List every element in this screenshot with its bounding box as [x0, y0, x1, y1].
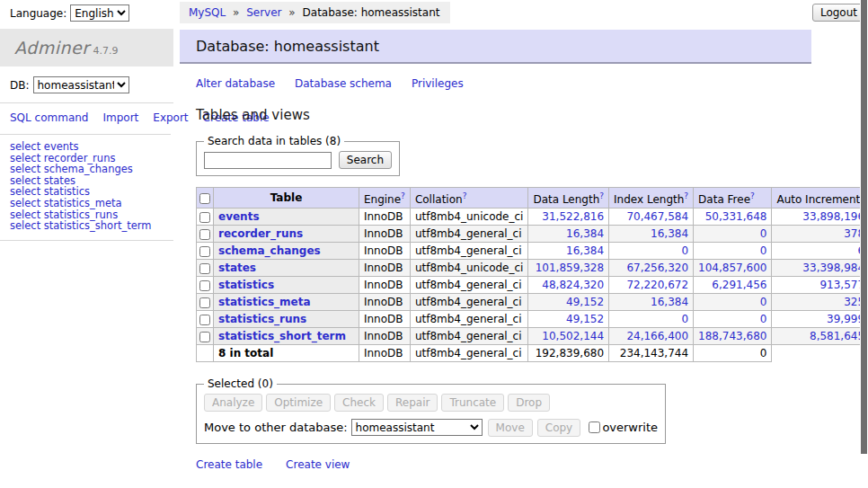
table-link-statistics[interactable]: statistics	[218, 279, 274, 291]
index-length-cell[interactable]: 16,384	[609, 226, 694, 243]
row-checkbox[interactable]	[199, 246, 210, 257]
row-checkbox[interactable]	[199, 263, 210, 274]
row-checkbox[interactable]	[199, 229, 210, 240]
search-button[interactable]: Search	[339, 151, 392, 169]
engine-cell: InnoDB	[359, 260, 410, 277]
language-label: Language:	[10, 7, 66, 20]
sidebar-action-import[interactable]: Import	[102, 111, 138, 124]
overwrite-checkbox[interactable]	[589, 421, 600, 433]
truncate-button[interactable]: Truncate	[441, 394, 504, 412]
selected-buttons: AnalyzeOptimizeCheckRepairTruncateDrop	[204, 394, 658, 412]
index-length-cell[interactable]: 67,256,320	[609, 260, 694, 277]
total-data-length: 192,839,680	[528, 345, 609, 362]
data-free-cell[interactable]: 6,291,456	[694, 277, 772, 294]
data-free-cell[interactable]: 50,331,648	[694, 209, 772, 226]
help-link-index-length[interactable]: ?	[684, 191, 688, 200]
data-length-cell[interactable]: 49,152	[528, 311, 609, 328]
engine-cell: InnoDB	[359, 328, 410, 345]
check-button[interactable]: Check	[334, 394, 384, 412]
row-checkbox[interactable]	[199, 332, 210, 342]
copy-button[interactable]: Copy	[537, 419, 580, 437]
auto-increment-cell[interactable]: 33,898,196	[772, 209, 868, 226]
data-free-cell[interactable]: 0	[694, 311, 772, 328]
auto-increment-cell[interactable]: 325	[772, 294, 868, 311]
auto-increment-cell[interactable]: 39,999	[772, 311, 868, 328]
privileges-link[interactable]: Privileges	[412, 77, 464, 90]
analyze-button[interactable]: Analyze	[204, 394, 262, 412]
sidebar-select-schema-changes[interactable]: select schema_changes	[10, 164, 173, 175]
table-create-links: Create tableCreate view	[196, 458, 811, 471]
database-schema-link[interactable]: Database schema	[295, 77, 392, 90]
data-length-cell[interactable]: 16,384	[528, 243, 609, 260]
sidebar-select-statistics-short-term[interactable]: select statistics_short_term	[10, 220, 173, 232]
row-checkbox[interactable]	[199, 212, 210, 223]
data-free-cell[interactable]: 104,857,600	[694, 260, 772, 277]
help-link-data-length[interactable]: ?	[599, 191, 604, 200]
data-length-cell[interactable]: 48,824,320	[528, 277, 609, 294]
index-length-cell[interactable]: 0	[609, 311, 694, 328]
data-free-cell[interactable]: 0	[694, 226, 772, 243]
data-free-cell[interactable]: 0	[694, 294, 772, 311]
table-link-recorder-runs[interactable]: recorder_runs	[218, 227, 303, 240]
sidebar-action-sql-command[interactable]: SQL command	[10, 111, 88, 124]
auto-increment-cell[interactable]: 913,577	[772, 277, 868, 294]
breadcrumb-link-mysql[interactable]: MySQL	[189, 6, 226, 19]
auto-increment-cell[interactable]: 33,398,984	[772, 260, 868, 277]
index-length-cell[interactable]: 16,384	[609, 294, 694, 311]
help-link-collation[interactable]: ?	[463, 191, 467, 200]
data-free-cell[interactable]: 0	[694, 243, 772, 260]
table-link-statistics-meta[interactable]: statistics_meta	[218, 296, 311, 308]
row-checkbox[interactable]	[199, 297, 210, 308]
data-length-cell[interactable]: 31,522,816	[528, 209, 609, 226]
alter-database-link[interactable]: Alter database	[196, 77, 275, 90]
repair-button[interactable]: Repair	[387, 394, 438, 412]
row-checkbox[interactable]	[199, 280, 210, 291]
db-select[interactable]: homeassistant	[33, 76, 129, 93]
index-length-cell[interactable]: 72,220,672	[609, 277, 694, 294]
auto-increment-cell[interactable]: 378	[772, 226, 868, 243]
sidebar-select-events[interactable]: select events	[10, 141, 173, 153]
breadcrumb-link-server[interactable]: Server	[246, 6, 281, 19]
search-fieldset: Search data in tables (8) Search	[196, 135, 400, 176]
table-link-statistics-runs[interactable]: statistics_runs	[218, 313, 306, 325]
index-length-cell[interactable]: 70,467,584	[609, 209, 694, 226]
table-link-states[interactable]: states	[218, 262, 256, 274]
row-checkbox[interactable]	[199, 315, 210, 325]
move-label: Move to other database:	[204, 421, 348, 434]
data-length-cell[interactable]: 49,152	[528, 294, 609, 311]
index-length-cell[interactable]: 0	[609, 243, 694, 260]
table-link-schema-changes[interactable]: schema_changes	[218, 244, 321, 257]
scrollbar-thumb[interactable]	[861, 0, 867, 454]
column-label: Table	[270, 191, 303, 204]
data-length-cell[interactable]: 101,859,328	[528, 260, 609, 277]
help-link-data-free[interactable]: ?	[750, 191, 755, 200]
auto-increment-cell[interactable]: 8,581,645	[772, 328, 868, 345]
collation-cell: utf8mb4_general_ci	[410, 294, 528, 311]
move-db-select[interactable]: homeassistant	[351, 419, 483, 436]
select-all-checkbox[interactable]	[199, 193, 210, 204]
index-length-cell[interactable]: 24,166,400	[609, 328, 694, 345]
total-data-free: 0	[694, 345, 772, 362]
sidebar: Language:English Adminer4.7.9 DB:homeass…	[0, 0, 173, 241]
sidebar-select-statistics-meta[interactable]: select statistics_meta	[10, 198, 173, 209]
auto-increment-cell[interactable]: 6	[772, 243, 868, 260]
data-length-cell[interactable]: 10,502,144	[528, 328, 609, 345]
search-input[interactable]	[204, 152, 332, 169]
drop-button[interactable]: Drop	[508, 394, 550, 412]
table-name-cell: statistics_runs	[214, 311, 359, 328]
table-link-statistics-short-term[interactable]: statistics_short_term	[218, 330, 346, 342]
create-table-link[interactable]: Create table	[196, 458, 262, 471]
column-header-auto-increment: Auto Increment?	[772, 188, 868, 209]
data-length-cell[interactable]: 16,384	[528, 226, 609, 243]
create-view-link[interactable]: Create view	[286, 458, 350, 471]
language-select[interactable]: English	[70, 4, 129, 22]
table-link-events[interactable]: events	[218, 210, 260, 223]
logout-button[interactable]: Logout	[812, 4, 865, 22]
column-label: Data Free	[698, 193, 750, 206]
data-free-cell[interactable]: 188,743,680	[694, 328, 772, 345]
help-link-engine[interactable]: ?	[401, 191, 405, 200]
tables-list: TableEngine?Collation?Data Length?Index …	[196, 187, 868, 362]
move-button[interactable]: Move	[488, 419, 533, 437]
collation-cell: utf8mb4_general_ci	[410, 243, 528, 260]
optimize-button[interactable]: Optimize	[266, 394, 331, 412]
